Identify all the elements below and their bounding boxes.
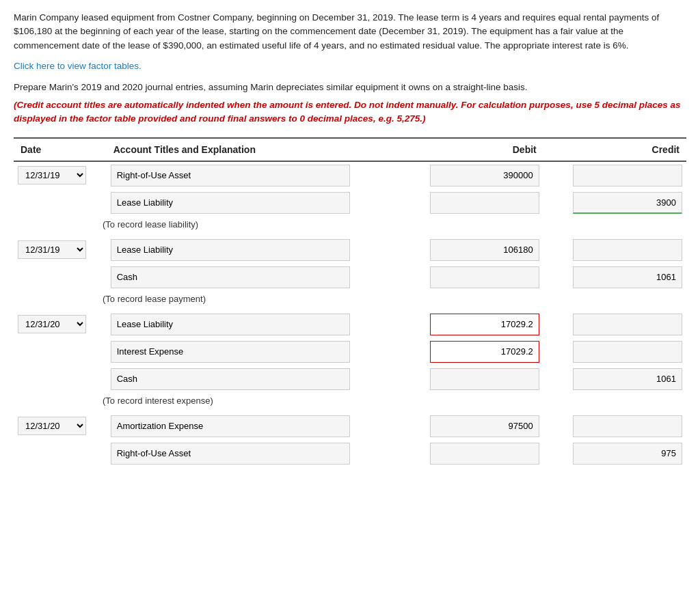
credit-input[interactable] xyxy=(573,443,682,465)
note-text: (To record lease liability) xyxy=(14,217,686,236)
debit-cell xyxy=(401,264,543,291)
header-date: Date xyxy=(14,138,107,161)
debit-cell xyxy=(401,338,543,365)
credit-notice: (Credit account titles are automatically… xyxy=(14,98,686,126)
account-cell xyxy=(107,264,401,291)
credit-input[interactable] xyxy=(573,165,682,186)
table-row xyxy=(14,189,686,217)
account-cell xyxy=(107,311,401,338)
credit-cell xyxy=(543,264,686,291)
table-row: 12/31/20 xyxy=(14,311,686,338)
date-cell: 12/31/20 xyxy=(14,311,107,338)
debit-input[interactable] xyxy=(430,192,539,214)
account-cell xyxy=(107,440,401,467)
header-credit: Credit xyxy=(543,138,686,161)
table-row: 12/31/19 xyxy=(14,161,686,189)
credit-input[interactable] xyxy=(573,341,682,363)
account-cell xyxy=(107,413,401,440)
debit-cell xyxy=(401,236,543,264)
debit-input[interactable] xyxy=(430,239,539,261)
date-cell xyxy=(14,365,107,393)
credit-cell xyxy=(543,161,686,189)
table-row: 12/31/19 xyxy=(14,236,686,264)
debit-input[interactable] xyxy=(430,341,539,363)
debit-input[interactable] xyxy=(430,443,539,465)
debit-cell xyxy=(401,189,543,217)
credit-cell xyxy=(543,413,686,440)
debit-cell xyxy=(401,440,543,467)
debit-cell xyxy=(401,365,543,393)
account-input[interactable] xyxy=(111,368,350,390)
credit-input[interactable] xyxy=(573,415,682,437)
credit-input[interactable] xyxy=(573,266,682,288)
prepare-text: Prepare Marin's 2019 and 2020 journal en… xyxy=(14,81,686,94)
debit-input[interactable] xyxy=(430,415,539,437)
date-select[interactable]: 12/31/20 xyxy=(18,315,86,333)
debit-input[interactable] xyxy=(430,165,539,186)
table-row xyxy=(14,264,686,291)
date-cell: 12/31/19 xyxy=(14,236,107,264)
date-cell xyxy=(14,338,107,365)
debit-input[interactable] xyxy=(430,368,539,390)
credit-cell xyxy=(543,338,686,365)
date-cell xyxy=(14,189,107,217)
account-input[interactable] xyxy=(111,192,350,214)
credit-cell xyxy=(543,440,686,467)
debit-input[interactable] xyxy=(430,266,539,288)
account-input[interactable] xyxy=(111,341,350,363)
account-input[interactable] xyxy=(111,443,350,465)
account-input[interactable] xyxy=(111,165,350,186)
note-row: (To record lease payment) xyxy=(14,291,686,311)
intro-text: Marin Company leased equipment from Cost… xyxy=(14,11,686,53)
date-cell: 12/31/20 xyxy=(14,413,107,440)
date-cell: 12/31/19 xyxy=(14,161,107,189)
header-debit: Debit xyxy=(401,138,543,161)
header-account: Account Titles and Explanation xyxy=(107,138,401,161)
account-cell xyxy=(107,338,401,365)
account-input[interactable] xyxy=(111,314,350,335)
account-input[interactable] xyxy=(111,266,350,288)
credit-input[interactable] xyxy=(573,368,682,390)
factor-link[interactable]: Click here to view factor tables. xyxy=(14,61,686,71)
table-header-row: Date Account Titles and Explanation Debi… xyxy=(14,138,686,161)
account-input[interactable] xyxy=(111,415,350,437)
credit-cell xyxy=(543,189,686,217)
account-cell xyxy=(107,189,401,217)
date-select[interactable]: 12/31/19 xyxy=(18,166,86,184)
credit-input[interactable] xyxy=(573,192,682,214)
account-cell xyxy=(107,236,401,264)
debit-cell xyxy=(401,413,543,440)
account-input[interactable] xyxy=(111,239,350,261)
note-text: (To record lease payment) xyxy=(14,291,686,311)
date-cell xyxy=(14,440,107,467)
debit-input[interactable] xyxy=(430,314,539,335)
table-row xyxy=(14,440,686,467)
debit-cell xyxy=(401,161,543,189)
date-cell xyxy=(14,264,107,291)
note-row: (To record interest expense) xyxy=(14,393,686,413)
debit-cell xyxy=(401,311,543,338)
credit-cell xyxy=(543,365,686,393)
note-text: (To record interest expense) xyxy=(14,393,686,413)
journal-table: Date Account Titles and Explanation Debi… xyxy=(14,137,686,467)
credit-cell xyxy=(543,311,686,338)
account-cell xyxy=(107,365,401,393)
credit-input[interactable] xyxy=(573,239,682,261)
table-row xyxy=(14,365,686,393)
note-row: (To record lease liability) xyxy=(14,217,686,236)
credit-input[interactable] xyxy=(573,314,682,335)
credit-cell xyxy=(543,236,686,264)
date-select[interactable]: 12/31/20 xyxy=(18,417,86,435)
account-cell xyxy=(107,161,401,189)
table-row: 12/31/20 xyxy=(14,413,686,440)
table-row xyxy=(14,338,686,365)
date-select[interactable]: 12/31/19 xyxy=(18,240,86,259)
